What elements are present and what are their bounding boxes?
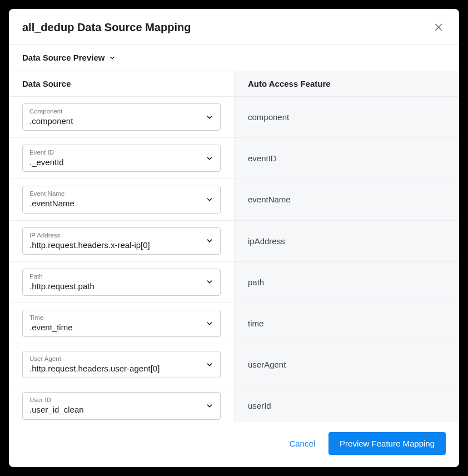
- chevron-down-icon: [109, 54, 116, 61]
- select-label: User ID: [29, 396, 200, 404]
- mapping-row: Component.componentcomponent: [9, 97, 459, 138]
- chevron-down-icon: [206, 237, 213, 245]
- auto-access-feature-cell: userAgent: [234, 344, 459, 385]
- select-value: .http.request.headers.user-agent[0]: [29, 363, 200, 374]
- data-source-select[interactable]: Time.event_time: [22, 310, 221, 337]
- data-source-select[interactable]: Event Name.eventName: [22, 186, 221, 213]
- column-header-data-source: Data Source: [9, 71, 234, 96]
- mapping-row: IP Address.http.request.headers.x-real-i…: [9, 221, 459, 262]
- auto-access-feature-cell: path: [234, 262, 459, 303]
- mapping-row: User ID.user_id_cleanuserId: [9, 385, 459, 422]
- auto-access-feature-cell: ipAddress: [234, 221, 459, 261]
- column-header-auto-access-feature: Auto Access Feature: [234, 71, 459, 96]
- mapping-row: Path.http.request.pathpath: [9, 262, 459, 303]
- data-source-select[interactable]: User ID.user_id_clean: [22, 392, 221, 419]
- mapping-row: Event ID._eventIdeventID: [9, 138, 459, 179]
- data-source-cell: Event Name.eventName: [9, 179, 234, 220]
- preview-toggle-label: Data Source Preview: [22, 53, 104, 62]
- mapping-row: Event Name.eventNameeventName: [9, 179, 459, 220]
- data-source-cell: Component.component: [9, 97, 234, 137]
- chevron-down-icon: [206, 402, 213, 410]
- preview-feature-mapping-button[interactable]: Preview Feature Mapping: [328, 432, 446, 455]
- data-source-select[interactable]: Event ID._eventId: [22, 145, 221, 172]
- close-icon: [434, 22, 444, 32]
- select-value: .http.request.path: [29, 281, 200, 292]
- data-source-cell: User ID.user_id_clean: [9, 385, 234, 422]
- select-label: Path: [29, 272, 200, 281]
- select-value: ._eventId: [29, 157, 200, 168]
- chevron-down-icon: [206, 361, 213, 369]
- chevron-down-icon: [206, 320, 213, 328]
- data-source-select[interactable]: Path.http.request.path: [22, 269, 221, 296]
- preview-section: Data Source Preview: [9, 45, 459, 71]
- modal-title: all_dedup Data Source Mapping: [22, 21, 191, 34]
- select-value: .user_id_clean: [29, 404, 200, 415]
- select-label: Time: [29, 314, 200, 322]
- modal-footer: Cancel Preview Feature Mapping: [9, 422, 459, 467]
- select-label: Event ID: [29, 148, 200, 157]
- auto-access-feature-cell: userId: [234, 385, 459, 422]
- auto-access-feature-cell: eventID: [234, 138, 459, 178]
- data-source-cell: User Agent.http.request.headers.user-age…: [9, 344, 234, 385]
- chevron-down-icon: [206, 196, 213, 204]
- select-label: User Agent: [29, 355, 200, 363]
- select-label: Event Name: [29, 190, 200, 198]
- select-value: .component: [29, 116, 200, 127]
- data-source-select[interactable]: User Agent.http.request.headers.user-age…: [22, 351, 221, 378]
- mapping-row: User Agent.http.request.headers.user-age…: [9, 344, 459, 385]
- auto-access-feature-cell: component: [234, 97, 459, 137]
- data-source-preview-toggle[interactable]: Data Source Preview: [22, 53, 116, 62]
- select-value: .http.request.headers.x-real-ip[0]: [29, 240, 200, 251]
- modal-header: all_dedup Data Source Mapping: [9, 9, 459, 45]
- data-source-mapping-modal: all_dedup Data Source Mapping Data Sourc…: [9, 9, 459, 467]
- select-value: .event_time: [29, 322, 200, 333]
- data-source-cell: Path.http.request.path: [9, 262, 234, 303]
- chevron-down-icon: [206, 155, 213, 162]
- data-source-cell: IP Address.http.request.headers.x-real-i…: [9, 221, 234, 261]
- auto-access-feature-cell: eventName: [234, 179, 459, 220]
- chevron-down-icon: [206, 113, 213, 121]
- data-source-select[interactable]: Component.component: [22, 103, 221, 131]
- data-source-cell: Event ID._eventId: [9, 138, 234, 178]
- auto-access-feature-cell: time: [234, 303, 459, 344]
- cancel-button[interactable]: Cancel: [287, 434, 317, 453]
- select-label: Component: [29, 107, 200, 116]
- select-value: .eventName: [29, 198, 200, 209]
- select-label: IP Address: [29, 231, 200, 240]
- mapping-row: Time.event_timetime: [9, 303, 459, 344]
- chevron-down-icon: [206, 278, 213, 286]
- close-button[interactable]: [431, 20, 446, 34]
- data-source-cell: Time.event_time: [9, 303, 234, 344]
- columns-header: Data Source Auto Access Feature: [9, 71, 459, 97]
- data-source-select[interactable]: IP Address.http.request.headers.x-real-i…: [22, 227, 221, 255]
- mapping-rows: Component.componentcomponentEvent ID._ev…: [9, 97, 459, 422]
